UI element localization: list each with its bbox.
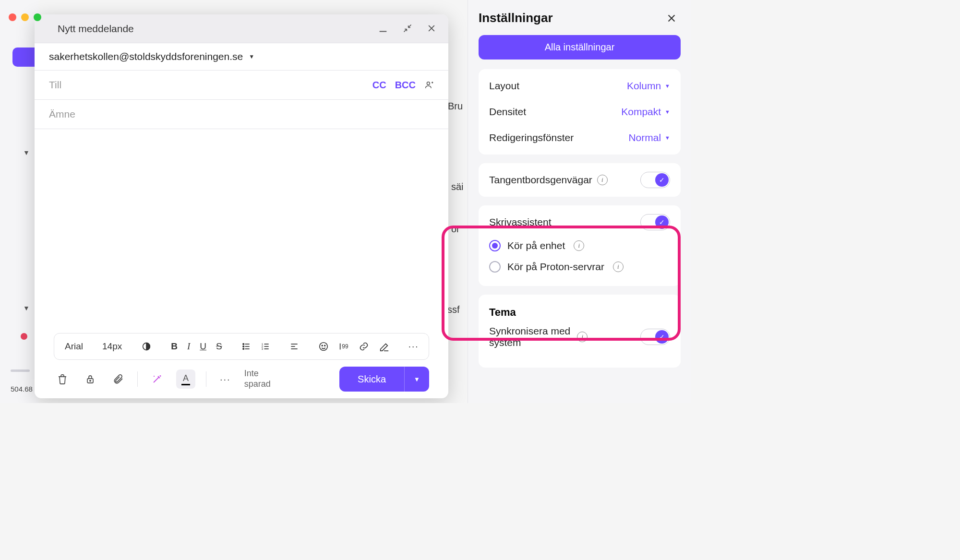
layout-row[interactable]: Layout Kolumn▼ — [489, 73, 670, 99]
send-dropdown[interactable]: ▼ — [404, 367, 429, 392]
shortcuts-label: Tangentbordsgenvägar i — [489, 174, 608, 186]
svg-text:3: 3 — [261, 347, 263, 350]
close-icon[interactable] — [427, 24, 436, 34]
magic-wand-icon[interactable] — [148, 370, 166, 388]
trash-icon[interactable] — [54, 370, 71, 388]
assistant-option-device[interactable]: Kör på enhet i — [489, 235, 670, 256]
compose-actions: A ··· Inte sparad Skicka ▼ — [35, 360, 448, 398]
svg-point-24 — [324, 345, 325, 346]
settings-panel: Inställningar Alla inställningar Layout … — [468, 0, 691, 403]
align-icon[interactable] — [286, 340, 303, 353]
chevron-down-icon: ▼ — [665, 135, 670, 141]
all-settings-button[interactable]: Alla inställningar — [479, 35, 681, 60]
subject-placeholder: Ämne — [49, 108, 434, 120]
svg-point-7 — [243, 344, 244, 345]
chevron-down-icon[interactable]: ▼ — [249, 53, 254, 60]
message-body[interactable] — [35, 129, 448, 333]
minimize-icon[interactable] — [378, 24, 388, 34]
font-color-button[interactable]: A — [176, 369, 195, 389]
storage-text: 504.68 — [11, 385, 33, 393]
bullet-list-icon[interactable] — [238, 340, 255, 353]
bg-text: Bru — [448, 101, 463, 112]
assistant-label: Skrivassistent — [489, 216, 552, 228]
bcc-button[interactable]: BCC — [395, 80, 416, 91]
add-contact-icon[interactable] — [424, 80, 434, 90]
color-contrast-icon[interactable] — [137, 339, 156, 354]
more-icon[interactable]: ··· — [405, 339, 423, 354]
font-family-select[interactable]: Arial — [61, 339, 87, 354]
italic-button[interactable]: I — [183, 339, 194, 354]
numbered-list-icon[interactable]: 123 — [257, 340, 274, 353]
assistant-toggle[interactable]: ✓ — [640, 214, 670, 230]
editor-window-row[interactable]: Redigeringsfönster Normal▼ — [489, 125, 670, 151]
to-label: Till — [49, 79, 372, 91]
from-address: sakerhetskollen@stoldskyddsforeningen.se — [49, 51, 243, 62]
to-row[interactable]: Till CC BCC — [35, 70, 448, 100]
more-actions-icon[interactable]: ··· — [217, 371, 234, 388]
close-window-icon[interactable] — [9, 13, 16, 21]
theme-heading: Tema — [489, 301, 670, 322]
sync-toggle[interactable]: ✓ — [640, 329, 670, 345]
underline-button[interactable]: U — [196, 339, 210, 354]
attachment-icon[interactable] — [109, 370, 127, 388]
subject-row[interactable]: Ämne — [35, 100, 448, 129]
theme-card: Tema Synkronisera medsystem i ✓ — [479, 295, 681, 368]
info-icon[interactable]: i — [577, 332, 588, 342]
info-icon[interactable]: i — [574, 240, 584, 251]
bg-text: säi — [451, 181, 464, 192]
from-row[interactable]: sakerhetskollen@stoldskyddsforeningen.se… — [35, 43, 448, 70]
svg-point-22 — [319, 343, 327, 351]
bg-text: or — [451, 224, 460, 235]
radio-icon[interactable] — [489, 240, 501, 251]
density-label: Densitet — [489, 106, 526, 118]
chevron-down-icon: ▼ — [665, 83, 670, 89]
chevron-down-icon[interactable]: ▼ — [23, 304, 30, 312]
close-icon[interactable] — [662, 11, 681, 25]
display-settings-card: Layout Kolumn▼ Densitet Kompakt▼ Rediger… — [479, 69, 681, 155]
svg-point-29 — [90, 380, 91, 381]
clear-format-icon[interactable] — [375, 339, 393, 354]
lock-icon[interactable] — [82, 370, 99, 388]
svg-point-9 — [243, 346, 244, 347]
strikethrough-button[interactable]: S — [212, 339, 226, 354]
svg-point-3 — [427, 82, 430, 85]
radio-icon[interactable] — [489, 261, 501, 273]
density-value[interactable]: Kompakt▼ — [621, 106, 670, 118]
collapse-icon[interactable] — [403, 24, 412, 34]
editor-window-label: Redigeringsfönster — [489, 132, 574, 143]
assistant-card: Skrivassistent ✓ Kör på enhet i Kör på P… — [479, 205, 681, 286]
left-sidebar: ▼ ▼ 504.68 — [0, 0, 38, 403]
send-button[interactable]: Skicka — [339, 367, 404, 392]
chevron-down-icon: ▼ — [665, 109, 670, 115]
emoji-icon[interactable] — [314, 339, 333, 354]
settings-title: Inställningar — [479, 11, 553, 25]
link-icon[interactable] — [355, 339, 373, 354]
storage-bar — [11, 369, 30, 372]
assistant-option-servers[interactable]: Kör på Proton-servrar i — [489, 256, 670, 277]
font-size-select[interactable]: 14px — [98, 339, 126, 354]
density-row[interactable]: Densitet Kompakt▼ — [489, 99, 670, 125]
compose-header: Nytt meddelande — [35, 14, 448, 43]
editor-window-value[interactable]: Normal▼ — [628, 132, 670, 143]
compose-window: Nytt meddelande sakerhetskollen@stoldsky… — [35, 14, 448, 398]
format-toolbar: Arial 14px B I U S 123 99 — [54, 333, 429, 360]
svg-text:99: 99 — [342, 343, 348, 350]
shortcuts-card: Tangentbordsgenvägar i ✓ — [479, 163, 681, 197]
minimize-window-icon[interactable] — [21, 13, 29, 21]
maximize-window-icon[interactable] — [34, 13, 41, 21]
info-icon[interactable]: i — [613, 262, 624, 272]
bold-button[interactable]: B — [167, 339, 181, 354]
bg-text: ssf — [447, 304, 460, 315]
layout-value[interactable]: Kolumn▼ — [627, 80, 670, 92]
compose-title: Nytt meddelande — [58, 23, 378, 35]
layout-label: Layout — [489, 80, 519, 92]
chevron-down-icon[interactable]: ▼ — [23, 149, 30, 156]
svg-point-23 — [322, 345, 323, 346]
window-traffic-lights[interactable] — [9, 13, 41, 21]
info-icon[interactable]: i — [597, 175, 608, 185]
label-color-dot — [21, 333, 27, 340]
sync-label: Synkronisera medsystem i — [489, 325, 588, 348]
quote-icon[interactable]: 99 — [335, 339, 353, 354]
cc-button[interactable]: CC — [372, 80, 386, 91]
shortcuts-toggle[interactable]: ✓ — [640, 172, 670, 188]
